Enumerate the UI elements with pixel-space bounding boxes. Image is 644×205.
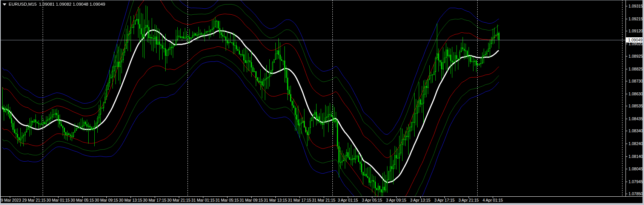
price-chart-canvas[interactable]: [0, 0, 626, 196]
symbol-marker-icon[interactable]: [3, 3, 6, 6]
price-axis-tick: [626, 182, 627, 182]
window-frame-left: [0, 0, 1, 205]
time-axis-label: 3 Apr 09:15: [386, 198, 406, 202]
price-axis-label: 1.09120: [629, 28, 643, 34]
window-frame-right[interactable]: [642, 0, 644, 205]
time-axis-label: 31 Mar 01:15: [191, 198, 215, 202]
symbol-period-label: EURUSD,M15: [9, 2, 37, 6]
time-axis-label: 3 Apr 05:15: [362, 198, 382, 202]
price-axis-tick: [626, 94, 627, 94]
price-axis-tick: [626, 119, 627, 119]
price-axis-tick: [626, 56, 627, 57]
time-axis-label: 3 Apr 17:15: [434, 198, 455, 202]
time-axis-label: 31 Mar 17:15: [288, 198, 311, 202]
price-axis-tick: [626, 6, 627, 6]
price-axis-tick: [626, 19, 627, 19]
price-axis-label: 1.07850: [629, 191, 643, 196]
price-axis-label: 1.09315: [629, 3, 643, 9]
chart-plot-area[interactable]: EURUSD,M15 1.09081 1.09082 1.09048 1.090…: [0, 0, 626, 196]
time-axis-label: 31 Mar 05:15: [215, 198, 239, 202]
price-axis-label: 1.08435: [629, 116, 643, 121]
time-axis-label: 3 Apr 13:15: [410, 198, 430, 202]
mt4-chart-window: EURUSD,M15 1.09081 1.09082 1.09048 1.090…: [0, 0, 644, 205]
price-axis-tick: [626, 106, 627, 106]
price-axis-tick: [626, 194, 627, 194]
price-axis-tick: [626, 69, 627, 69]
window-frame-top: [0, 0, 644, 0]
ohlc-readout: 1.09081 1.09082 1.09048 1.09049: [39, 2, 105, 6]
price-axis-label: 1.08535: [629, 103, 643, 109]
price-axis-label: 1.08925: [629, 54, 643, 59]
price-axis-label: 1.08630: [629, 91, 643, 96]
price-axis-label: 1.09215: [629, 16, 643, 21]
time-axis-label: 30 Mar 17:15: [143, 198, 166, 202]
price-axis-label: 1.07945: [629, 179, 643, 184]
time-axis-label: 30 Mar 09:15: [95, 198, 118, 202]
price-axis-label: 1.08340: [629, 128, 643, 133]
price-axis-tick: [626, 44, 627, 44]
time-axis-label: 30 Mar 05:15: [71, 198, 94, 202]
price-axis-tick: [626, 131, 627, 131]
price-axis-tick: [626, 81, 627, 81]
current-price-tag: 1.09049: [626, 37, 642, 43]
time-axis[interactable]: 29 Mar 202329 Mar 21:1530 Mar 01:1530 Ma…: [0, 197, 626, 203]
price-axis-label: 1.08140: [629, 154, 643, 159]
price-axis-label: 1.08045: [629, 166, 643, 171]
price-axis-label: 1.08825: [629, 66, 643, 72]
time-axis-label: 30 Mar 01:15: [46, 198, 70, 202]
time-axis-label: 4 Apr 01:15: [483, 198, 503, 202]
price-axis-tick: [626, 169, 627, 169]
chart-title: EURUSD,M15 1.09081 1.09082 1.09048 1.090…: [3, 2, 105, 6]
price-axis-tick: [626, 156, 627, 157]
price-axis[interactable]: 1.093151.092151.091201.090201.089251.088…: [626, 0, 642, 196]
price-axis-tick: [626, 144, 627, 144]
time-axis-label: 30 Mar 13:15: [119, 198, 142, 202]
time-axis-label: 31 Mar 21:15: [312, 198, 335, 202]
price-axis-label: 1.08240: [629, 141, 643, 146]
time-axis-label: 29 Mar 2023: [0, 198, 21, 202]
window-frame-bottom[interactable]: [0, 203, 644, 205]
time-axis-label: 30 Mar 21:15: [167, 198, 191, 202]
price-axis-label: 1.08730: [629, 78, 643, 84]
time-axis-label: 3 Apr 21:15: [458, 198, 479, 202]
time-axis-label: 31 Mar 13:15: [264, 198, 287, 202]
time-axis-label: 3 Apr 01:15: [338, 198, 358, 202]
price-axis-tick: [626, 31, 627, 31]
time-axis-label: 29 Mar 21:15: [22, 198, 46, 202]
time-axis-label: 31 Mar 09:15: [240, 198, 263, 202]
